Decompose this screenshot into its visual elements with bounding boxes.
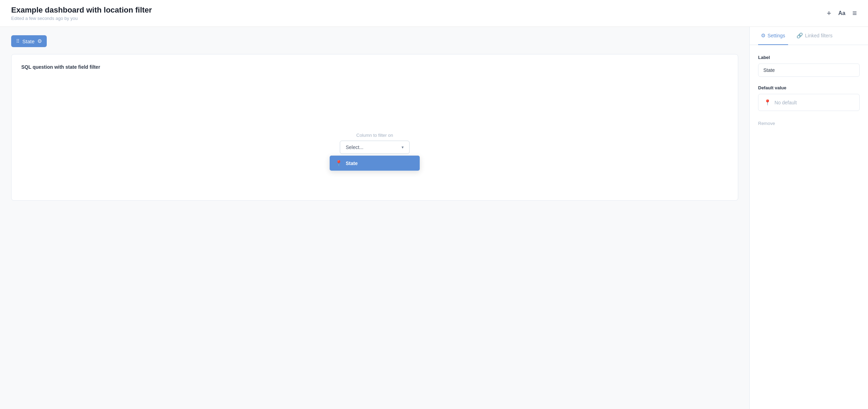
text-size-icon[interactable]: Aa [838,10,845,16]
chevron-down-icon: ▾ [402,145,404,150]
tab-linked-filters-label: Linked filters [805,33,833,38]
right-panel: ⚙ Settings 🔗 Linked filters Label Defaul… [749,27,868,409]
default-value-box: 📍 No default [758,94,860,111]
label-input[interactable] [758,64,860,77]
settings-gear-icon: ⚙ [761,32,765,39]
column-select-wrapper: Select... ▾ 📍 State [340,141,410,154]
page-subtitle: Edited a few seconds ago by you [11,16,152,21]
header-actions: + Aa ≡ [827,9,857,18]
column-select-button[interactable]: Select... ▾ [340,141,410,154]
filter-chip[interactable]: ⠿ State ⚙ [11,35,47,47]
remove-button[interactable]: Remove [758,121,860,126]
dropdown-item-state[interactable]: 📍 State [330,156,420,171]
tab-linked-filters[interactable]: 🔗 Linked filters [794,27,836,45]
right-panel-body: Label Default value 📍 No default Remove [750,45,868,136]
default-pin-icon: 📍 [764,99,771,106]
default-value-text: No default [775,100,797,105]
page-title: Example dashboard with location filter [11,6,152,15]
right-panel-tabs: ⚙ Settings 🔗 Linked filters [750,27,868,45]
drag-dots-icon: ⠿ [16,38,20,44]
filter-chip-gear-icon[interactable]: ⚙ [37,38,42,44]
question-card: SQL question with state field filter Col… [11,54,738,201]
tab-settings[interactable]: ⚙ Settings [758,27,788,45]
add-icon[interactable]: + [827,9,831,18]
column-filter-area: Column to filter on Select... ▾ 📍 State [21,133,728,154]
column-filter-label: Column to filter on [356,133,393,138]
location-pin-icon: 📍 [335,160,342,166]
filter-icon[interactable]: ≡ [852,9,857,18]
tab-settings-label: Settings [768,33,785,38]
content-area: ⠿ State ⚙ SQL question with state field … [0,27,868,409]
dropdown-item-label: State [346,161,358,166]
label-field-heading: Label [758,55,860,60]
select-placeholder: Select... [346,144,364,150]
card-title: SQL question with state field filter [21,64,728,70]
filter-chip-label: State [22,38,35,44]
main-panel: ⠿ State ⚙ SQL question with state field … [0,27,749,409]
default-value-heading: Default value [758,85,860,90]
column-dropdown-menu: 📍 State [329,155,420,171]
header-left: Example dashboard with location filter E… [11,6,152,21]
page-header: Example dashboard with location filter E… [0,0,868,27]
link-icon: 🔗 [796,32,803,39]
